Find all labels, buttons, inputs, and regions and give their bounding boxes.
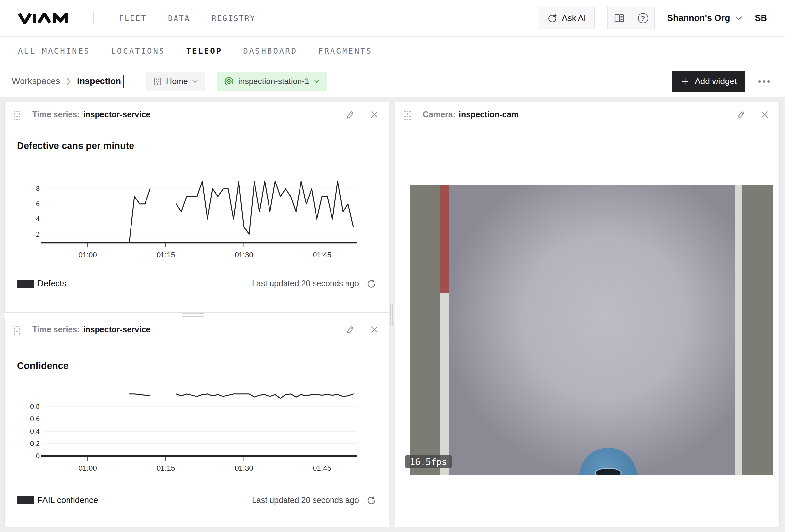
pencil-icon	[737, 110, 745, 119]
widget-timeseries-confidence: Time series: inspector-service Conf	[4, 317, 389, 527]
svg-text:1: 1	[36, 390, 40, 398]
nav-data[interactable]: DATA	[168, 14, 190, 23]
widget-canvas: Time series: inspector-service Defe	[0, 97, 785, 532]
conveyor-rail-right	[735, 185, 742, 475]
widget-drag-handle[interactable]	[13, 324, 21, 335]
close-widget-button[interactable]	[370, 326, 378, 334]
svg-text:0.8: 0.8	[30, 403, 40, 410]
svg-text:0.4: 0.4	[30, 427, 40, 435]
building-icon	[153, 77, 162, 86]
svg-text:01:00: 01:00	[78, 464, 97, 472]
svg-text:01:15: 01:15	[157, 464, 175, 472]
widget-type-label: Time series:	[32, 110, 80, 119]
widget-drag-handle[interactable]	[13, 109, 21, 120]
refresh-button[interactable]	[367, 279, 376, 288]
help-button[interactable]: ?	[631, 7, 655, 29]
camera-feed	[410, 185, 773, 475]
location-selector[interactable]: Home	[146, 72, 205, 91]
widget-resource-name: inspector-service	[83, 110, 150, 119]
camera-light-blob	[410, 185, 773, 475]
confidence-line-chart: 00.20.40.60.8101:0001:1501:3001:45	[8, 382, 361, 477]
svg-text:0.6: 0.6	[30, 415, 40, 423]
viam-app: FLEET DATA REGISTRY Ask AI	[0, 0, 785, 532]
close-icon	[370, 326, 378, 334]
pencil-icon	[346, 110, 355, 119]
viam-logo[interactable]	[18, 13, 68, 24]
conveyor-edge-left	[410, 185, 440, 475]
fps-badge: 16.5fps	[405, 455, 452, 469]
svg-text:01:00: 01:00	[78, 251, 97, 259]
chevron-down-icon	[314, 80, 320, 83]
widget-type-label: Time series:	[32, 325, 80, 334]
chart-legend: Defects	[17, 278, 66, 289]
docs-button[interactable]	[608, 7, 631, 29]
machine-label: inspection-station-1	[238, 77, 309, 86]
tab-teleop[interactable]: TELEOP	[186, 47, 222, 56]
tab-locations[interactable]: LOCATIONS	[111, 47, 165, 56]
svg-text:0.2: 0.2	[30, 440, 40, 448]
svg-text:6: 6	[36, 200, 40, 208]
tab-fragments[interactable]: FRAGMENTS	[318, 47, 372, 56]
close-icon	[370, 111, 378, 119]
last-updated-text: Last updated 20 seconds ago	[252, 279, 359, 288]
red-marker-bar	[440, 185, 449, 293]
svg-text:01:30: 01:30	[234, 464, 253, 472]
primary-nav: FLEET DATA REGISTRY	[119, 14, 255, 23]
location-label: Home	[166, 77, 188, 86]
legend-swatch	[17, 280, 33, 288]
legend-label: Defects	[37, 278, 66, 289]
ask-ai-label: Ask AI	[562, 13, 586, 23]
close-widget-button[interactable]	[370, 111, 378, 119]
org-switcher[interactable]: Shannon's Org	[667, 13, 742, 23]
ask-ai-icon	[548, 14, 557, 23]
widget-resource-name: inspection-cam	[459, 110, 518, 119]
conveyor-edge-right	[742, 185, 773, 475]
refresh-icon	[367, 496, 376, 505]
widget-timeseries-defects: Time series: inspector-service Defe	[4, 102, 389, 313]
edit-widget-button[interactable]	[346, 325, 355, 334]
chevron-down-icon	[735, 16, 742, 21]
plus-icon	[681, 77, 689, 86]
last-updated-text: Last updated 20 seconds ago	[252, 496, 359, 505]
workspace-menu-button[interactable]	[755, 77, 773, 86]
nav-registry[interactable]: REGISTRY	[212, 14, 256, 23]
column-resize-handle[interactable]	[390, 304, 394, 326]
widget-resource-name: inspector-service	[83, 325, 150, 334]
widget-camera: Camera: inspection-cam	[395, 102, 780, 527]
machine-status-icon	[224, 77, 234, 86]
chart-title: Confidence	[17, 361, 389, 371]
chart-title: Defective cans per minute	[17, 140, 389, 151]
edit-widget-button[interactable]	[346, 110, 355, 119]
svg-text:01:45: 01:45	[313, 251, 331, 259]
svg-text:8: 8	[36, 185, 40, 193]
svg-text:4: 4	[36, 215, 40, 223]
workspace-toolbar: Workspaces inspection Home insp	[0, 66, 785, 97]
pencil-icon	[346, 325, 355, 334]
add-widget-button[interactable]: Add widget	[673, 71, 745, 92]
breadcrumb-workspaces[interactable]: Workspaces	[12, 76, 60, 86]
tab-dashboard[interactable]: DASHBOARD	[243, 47, 297, 56]
docs-help-group: ?	[607, 7, 655, 29]
add-widget-label: Add widget	[694, 76, 737, 86]
chart-legend: FAIL confidence	[17, 495, 98, 505]
text-cursor	[123, 75, 124, 88]
user-avatar[interactable]: SB	[755, 13, 767, 23]
svg-text:0: 0	[36, 452, 40, 460]
refresh-button[interactable]	[367, 496, 376, 505]
widget-drag-handle[interactable]	[403, 109, 411, 120]
tab-all-machines[interactable]: ALL MACHINES	[18, 47, 90, 56]
workspace-title-input[interactable]: inspection	[77, 76, 121, 86]
top-header: FLEET DATA REGISTRY Ask AI	[0, 0, 785, 36]
fleet-tabs: ALL MACHINES LOCATIONS TELEOP DASHBOARD …	[0, 36, 785, 66]
close-widget-button[interactable]	[761, 111, 769, 119]
header-divider	[93, 12, 94, 24]
nav-fleet[interactable]: FLEET	[119, 14, 147, 23]
chevron-down-icon	[192, 80, 198, 83]
svg-text:01:30: 01:30	[234, 251, 253, 259]
ask-ai-button[interactable]: Ask AI	[539, 7, 595, 29]
svg-text:2: 2	[36, 231, 40, 238]
machine-selector[interactable]: inspection-station-1	[217, 72, 327, 91]
refresh-icon	[367, 279, 376, 288]
edit-widget-button[interactable]	[737, 110, 745, 119]
legend-label: FAIL confidence	[37, 495, 98, 505]
